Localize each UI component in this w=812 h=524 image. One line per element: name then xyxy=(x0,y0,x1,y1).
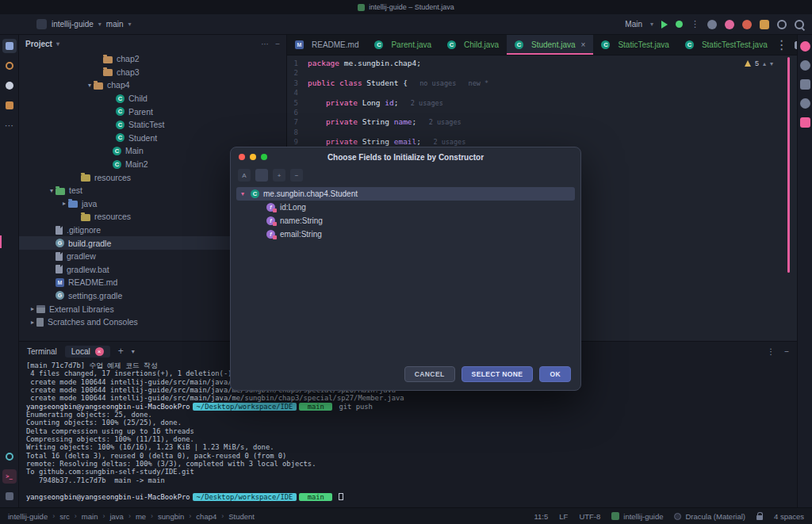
breadcrumb-item[interactable]: chap4 xyxy=(196,512,216,521)
tree-item-chap4[interactable]: ▾chap4 xyxy=(19,78,286,92)
more-actions-icon[interactable]: ⋮ xyxy=(691,19,699,29)
class-node-label: me.sungbin.chap4.Student xyxy=(263,189,358,198)
cancel-button[interactable]: CANCEL xyxy=(404,366,455,382)
breadcrumb-item[interactable]: intellij-guide xyxy=(8,512,48,521)
lock-icon[interactable] xyxy=(756,515,763,520)
more-icon[interactable]: ⋮ xyxy=(776,37,788,52)
terminal-text: create mode 100644 intellij-guide/src/ma… xyxy=(26,394,404,402)
tab-parent-java[interactable]: Parent.java xyxy=(366,35,439,55)
new-terminal-icon[interactable]: + xyxy=(118,346,124,357)
encoding-widget[interactable]: UTF-8 xyxy=(579,512,600,521)
close-tab-icon[interactable]: × xyxy=(581,40,586,49)
tab-child-java[interactable]: Child.java xyxy=(439,35,507,55)
sort-alphabetically-icon[interactable]: A xyxy=(238,169,251,182)
tree-chevron-icon[interactable]: ▾ xyxy=(48,187,56,194)
breadcrumb-item[interactable]: sungbin xyxy=(158,512,184,521)
caret-position[interactable]: 11:5 xyxy=(534,512,548,521)
terminal-options-icon[interactable]: ▾ xyxy=(132,348,135,355)
github-icon[interactable] xyxy=(2,78,17,93)
tree-item-parent[interactable]: Parent xyxy=(19,105,286,118)
indent-widget[interactable]: 4 spaces xyxy=(774,512,804,521)
selected-row-accent xyxy=(0,235,2,248)
theme-widget[interactable]: Dracula (Material) xyxy=(674,512,745,521)
class-icon xyxy=(116,94,124,103)
hide-panel-icon[interactable]: − xyxy=(275,40,280,48)
commit-icon[interactable] xyxy=(2,59,17,73)
inspections-widget[interactable]: 5 ▴ ▾ xyxy=(745,59,773,67)
profiler-icon[interactable] xyxy=(742,20,752,29)
project-panel-title[interactable]: Project xyxy=(25,40,52,48)
tab-statictesttest-java[interactable]: StaticTestTest.java xyxy=(677,35,776,55)
tree-item-child[interactable]: Child xyxy=(19,92,286,105)
debug-button[interactable] xyxy=(676,21,683,28)
vcs-widget[interactable]: intellij-guide xyxy=(611,512,663,521)
select-none-button[interactable]: SELECT NONE xyxy=(462,366,534,382)
vcs-icon xyxy=(611,512,619,520)
field-row-email[interactable]: email:String xyxy=(236,228,575,241)
project-widget[interactable]: intellij-guide xyxy=(52,20,94,29)
expand-all-icon[interactable]: + xyxy=(273,169,285,182)
line-number: 9 xyxy=(287,137,308,147)
breadcrumb-item[interactable]: me xyxy=(136,512,146,521)
terminal-text: remote: Resolving deltas: 100% (3/3), co… xyxy=(26,460,316,468)
tree-chevron-icon[interactable]: ▾ xyxy=(86,82,94,89)
window-controls xyxy=(239,154,267,160)
git-icon[interactable] xyxy=(800,117,810,128)
tree-item-chap2[interactable]: chap2 xyxy=(19,52,286,66)
tree-item-student[interactable]: Student xyxy=(19,132,286,145)
breadcrumb-item[interactable]: main xyxy=(82,512,98,521)
theme-icon xyxy=(674,513,681,520)
show-fields-icon[interactable] xyxy=(255,169,268,182)
tab-readme-md[interactable]: README.md xyxy=(287,35,366,55)
field-row-name[interactable]: name:String xyxy=(236,214,575,228)
collapse-all-icon[interactable]: − xyxy=(290,169,303,182)
code-with-me-icon[interactable] xyxy=(725,20,734,29)
editor-scrollbar-marker[interactable] xyxy=(787,57,790,273)
tree-item-chap3[interactable]: chap3 xyxy=(19,66,286,79)
search-icon[interactable] xyxy=(795,20,804,29)
run-configuration[interactable]: Main xyxy=(625,20,642,29)
field-label: email:String xyxy=(280,230,322,239)
maven-icon[interactable] xyxy=(800,79,810,90)
database-icon[interactable] xyxy=(800,98,810,109)
tree-chevron-icon[interactable]: ▸ xyxy=(60,200,68,207)
tab-student-java[interactable]: Student.java× xyxy=(507,35,593,55)
tree-chevron-icon[interactable]: ▸ xyxy=(29,319,36,326)
field-row-id[interactable]: id:Long xyxy=(236,201,575,214)
tree-item-statictest[interactable]: StaticTest xyxy=(19,118,286,132)
gradle-icon[interactable] xyxy=(800,60,810,71)
breadcrumb-item[interactable]: src xyxy=(59,512,70,521)
assistant-icon[interactable] xyxy=(707,20,717,29)
tab-statictest-java[interactable]: StaticTest.java xyxy=(593,35,676,55)
breadcrumb-item[interactable]: Student xyxy=(228,512,255,521)
terminal-title[interactable]: Terminal xyxy=(27,347,57,356)
problems-icon[interactable] xyxy=(2,489,17,503)
class-node-row[interactable]: ▾ me.sungbin.chap4.Student xyxy=(236,187,575,201)
code-token xyxy=(308,117,326,127)
build-icon[interactable] xyxy=(760,20,769,29)
settings-icon[interactable] xyxy=(777,20,787,29)
branch-widget[interactable]: main xyxy=(106,20,124,29)
breadcrumb-item[interactable]: java xyxy=(109,512,123,521)
close-button[interactable] xyxy=(239,154,245,160)
close-terminal-icon[interactable]: × xyxy=(95,347,104,356)
project-icon[interactable] xyxy=(2,39,17,53)
terminal-tab-local[interactable]: Local × xyxy=(65,346,110,358)
minimize-icon[interactable]: − xyxy=(784,347,789,356)
zoom-button[interactable] xyxy=(261,154,267,160)
ok-button[interactable]: OK xyxy=(539,366,571,382)
minimize-button[interactable] xyxy=(250,154,256,160)
notifications-icon[interactable] xyxy=(800,41,810,52)
tree-chevron-icon[interactable]: ▸ xyxy=(29,305,36,312)
terminal-icon[interactable] xyxy=(2,469,17,484)
services-icon[interactable] xyxy=(2,449,17,464)
more-icon[interactable]: ⋮ xyxy=(767,347,775,356)
prev-warning-icon[interactable]: ▴ xyxy=(763,60,766,67)
more-icon[interactable]: ⋯ xyxy=(261,40,269,48)
terminal-text: Counting objects: 100% (25/25), done. xyxy=(26,419,182,426)
next-warning-icon[interactable]: ▾ xyxy=(770,60,773,67)
more-icon[interactable] xyxy=(2,118,17,132)
run-button[interactable] xyxy=(661,21,668,29)
line-separator-widget[interactable]: LF xyxy=(559,512,568,521)
pull-requests-icon[interactable] xyxy=(2,98,17,113)
